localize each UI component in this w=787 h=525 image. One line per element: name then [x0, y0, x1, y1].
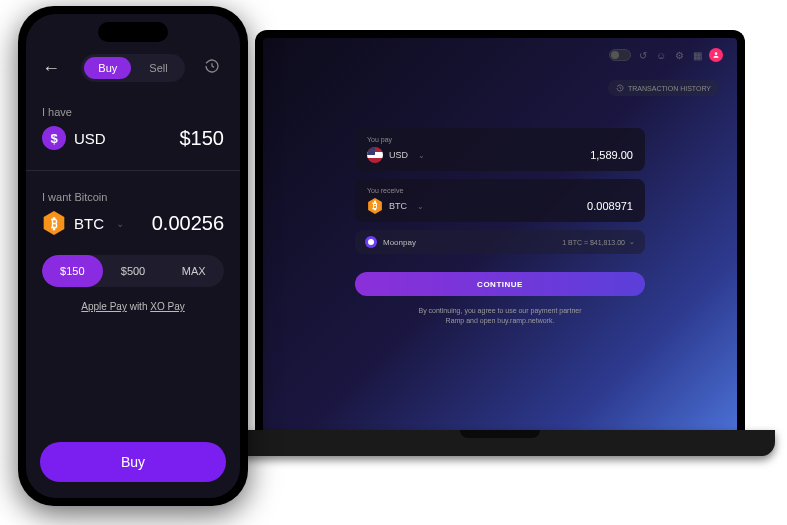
have-currency-code: USD	[74, 130, 106, 147]
pay-amount[interactable]: 1,589.00	[590, 149, 633, 161]
tab-sell[interactable]: Sell	[135, 57, 181, 79]
chevron-down-icon: ⌄	[417, 202, 424, 211]
laptop-screen: ↺ ☺ ⚙ ▦ TRANSACTION HISTORY You pay	[255, 30, 745, 430]
receive-currency-code: BTC	[389, 201, 407, 211]
theme-toggle[interactable]	[609, 49, 631, 61]
provider-selector[interactable]: Moonpay 1 BTC = $41,813.00 ⌄	[355, 230, 645, 254]
continue-button[interactable]: CONTINUE	[355, 272, 645, 296]
buy-button[interactable]: Buy	[40, 442, 226, 482]
dynamic-island	[98, 22, 168, 42]
you-pay-row: You pay USD ⌄ 1,589.00	[355, 128, 645, 171]
desktop-app: ↺ ☺ ⚙ ▦ TRANSACTION HISTORY You pay	[263, 38, 737, 430]
pay-currency-selector[interactable]: USD ⌄	[367, 147, 425, 163]
i-have-label: I have	[42, 106, 224, 118]
have-currency-selector[interactable]: $ USD	[42, 126, 106, 150]
divider	[26, 170, 240, 171]
preset-500[interactable]: $500	[103, 255, 164, 287]
gear-icon[interactable]: ⚙	[673, 49, 685, 61]
you-pay-label: You pay	[367, 136, 633, 143]
transaction-history-label: TRANSACTION HISTORY	[628, 85, 711, 92]
want-row: ₿ BTC ⌄ 0.00256	[42, 211, 224, 235]
moonpay-icon	[365, 236, 377, 248]
want-amount: 0.00256	[152, 212, 224, 235]
chevron-down-icon: ⌄	[116, 218, 124, 229]
have-row: $ USD $150	[42, 126, 224, 150]
buy-sell-tabs: Buy Sell	[81, 54, 184, 82]
want-currency-code: BTC	[74, 215, 104, 232]
topbar: ↺ ☺ ⚙ ▦	[609, 48, 723, 62]
grid-icon[interactable]: ▦	[691, 49, 703, 61]
exchange-rate: 1 BTC = $41,813.00	[562, 239, 625, 246]
svg-point-0	[715, 52, 718, 55]
preset-150[interactable]: $150	[42, 255, 103, 287]
have-amount[interactable]: $150	[180, 127, 225, 150]
apple-pay-link[interactable]: Apple Pay	[81, 301, 127, 312]
phone-device: ← Buy Sell I have $ USD $150 I want Bitc…	[18, 6, 248, 506]
chevron-down-icon: ⌄	[629, 238, 635, 246]
usd-flag-icon	[367, 147, 383, 163]
back-button[interactable]: ←	[42, 58, 62, 79]
you-receive-row: You receive ₿ BTC ⌄ 0.008971	[355, 179, 645, 222]
smile-icon[interactable]: ☺	[655, 49, 667, 61]
phone-screen: ← Buy Sell I have $ USD $150 I want Bitc…	[26, 14, 240, 498]
xo-pay-link[interactable]: XO Pay	[150, 301, 184, 312]
transaction-history-link[interactable]: TRANSACTION HISTORY	[608, 80, 719, 96]
usd-icon: $	[42, 126, 66, 150]
you-receive-label: You receive	[367, 187, 633, 194]
chevron-down-icon: ⌄	[418, 151, 425, 160]
payment-method-text: Apple Pay with XO Pay	[42, 301, 224, 312]
preset-max[interactable]: MAX	[163, 255, 224, 287]
btc-icon: ₿	[42, 211, 66, 235]
tab-buy[interactable]: Buy	[84, 57, 131, 79]
provider-name: Moonpay	[383, 238, 416, 247]
want-currency-selector[interactable]: ₿ BTC ⌄	[42, 211, 124, 235]
receive-amount: 0.008971	[587, 200, 633, 212]
history-button[interactable]	[204, 58, 224, 78]
receive-currency-selector[interactable]: ₿ BTC ⌄	[367, 198, 424, 214]
phone-body: I have $ USD $150 I want Bitcoin ₿ BTC ⌄…	[26, 90, 240, 328]
preset-amounts: $150 $500 MAX	[42, 255, 224, 287]
laptop-device: ↺ ☺ ⚙ ▦ TRANSACTION HISTORY You pay	[255, 30, 745, 460]
laptop-base	[225, 430, 775, 456]
i-want-label: I want Bitcoin	[42, 191, 224, 203]
swap-panel: You pay USD ⌄ 1,589.00 You receive	[355, 128, 645, 326]
avatar[interactable]	[709, 48, 723, 62]
disclaimer-text: By continuing, you agree to use our paym…	[355, 306, 645, 326]
history-icon[interactable]: ↺	[637, 49, 649, 61]
btc-icon: ₿	[367, 198, 383, 214]
pay-currency-code: USD	[389, 150, 408, 160]
